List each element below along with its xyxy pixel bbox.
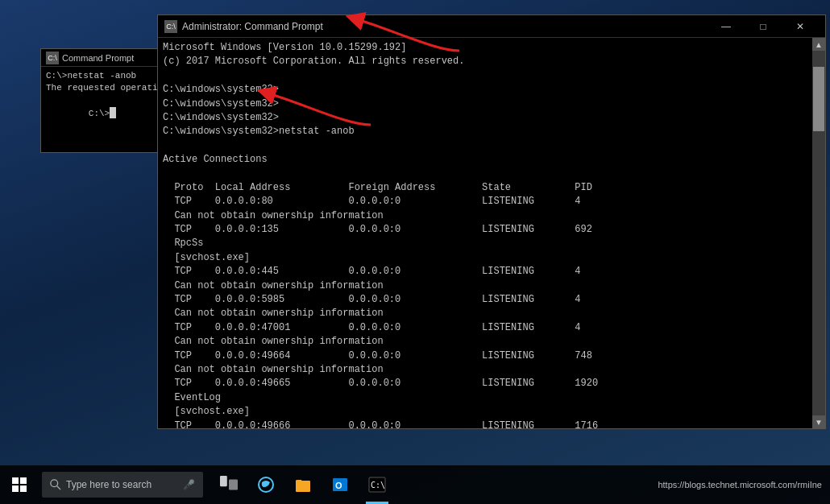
cmd-main-title: Administrator: Command Prompt [182, 21, 703, 32]
task-view-icon [220, 476, 238, 494]
cmd-output-line-4: C:\windows\system32> [163, 97, 807, 111]
cmd-output-line-24: TCP 0.0.0.0:49665 0.0.0.0:0 LISTENING 19… [163, 377, 807, 390]
cmd-output-line-20: TCP 0.0.0.0:47001 0.0.0.0:0 LISTENING 4 [163, 321, 807, 335]
cmd-bg-title: Command Prompt [62, 53, 134, 63]
cmd-main-window[interactable]: C:\ Administrator: Command Prompt — □ ✕ … [157, 14, 826, 429]
cmd-scrollbar[interactable]: ▲ ▼ [812, 38, 825, 428]
cmd-output-line-2 [163, 69, 807, 83]
scroll-up-button[interactable]: ▲ [812, 38, 825, 51]
cmd-output-line-26: [svchost.exe] [163, 405, 807, 419]
svg-rect-5 [229, 479, 238, 490]
cmd-output-line-0: Microsoft Windows [Version 10.0.15299.19… [163, 41, 807, 55]
cmd-main-content: Microsoft Windows [Version 10.0.15299.19… [158, 38, 825, 428]
cmd-output-line-27: TCP 0.0.0.0:49666 0.0.0.0:0 LISTENING 17… [163, 419, 807, 428]
cmd-output-line-18: TCP 0.0.0.0:5985 0.0.0.0:0 LISTENING 4 [163, 293, 807, 307]
cmd-output-line-16: TCP 0.0.0.0:445 0.0.0.0:0 LISTENING 4 [163, 265, 807, 279]
taskbar: Type here to search 🎤 [0, 465, 830, 504]
file-explorer-icon [294, 476, 312, 494]
cmd-output-line-11: TCP 0.0.0.0:80 0.0.0.0:0 LISTENING 4 [163, 195, 807, 209]
close-button[interactable]: ✕ [782, 15, 819, 38]
svg-point-2 [51, 480, 58, 487]
cmd-bg-icon: C:\ [46, 52, 59, 64]
url-text: https://blogs.technet.microsoft.com/rmiI… [658, 480, 822, 490]
svg-rect-7 [296, 481, 310, 492]
svg-text:O: O [335, 481, 342, 490]
svg-rect-4 [220, 476, 227, 486]
scroll-down-button[interactable]: ▼ [812, 415, 825, 428]
cmd-output-line-9 [163, 167, 807, 181]
cmd-output-line-19: Can not obtain ownership information [163, 307, 807, 320]
start-button[interactable] [0, 465, 39, 504]
cmd-taskbar-icon: C:\ [368, 476, 386, 494]
taskbar-search-box[interactable]: Type here to search 🎤 [42, 472, 203, 498]
cmd-output-line-25: EventLog [163, 391, 807, 405]
cmd-output-line-3: C:\windows\system32> [163, 83, 807, 97]
windows-logo-icon [12, 477, 27, 492]
scrollbar-thumb[interactable] [813, 67, 824, 131]
cmd-output-line-7 [163, 139, 807, 153]
cmd-output-line-15: [svchost.exe] [163, 251, 807, 265]
taskbar-file-explorer-button[interactable] [285, 465, 321, 504]
maximize-button[interactable]: □ [745, 15, 782, 38]
cmd-window-controls: — □ ✕ [708, 15, 819, 38]
taskbar-task-view-button[interactable] [211, 465, 247, 504]
taskbar-right-area: https://blogs.technet.microsoft.com/rmiI… [658, 480, 830, 490]
cmd-output-line-21: Can not obtain ownership information [163, 335, 807, 349]
taskbar-outlook-button[interactable]: O [322, 465, 358, 504]
cmd-output-line-8: Active Connections [163, 153, 807, 167]
cmd-text-output: Microsoft Windows [Version 10.0.15299.19… [158, 38, 812, 428]
cmd-output-line-17: Can not obtain ownership information [163, 279, 807, 293]
edge-icon [257, 476, 275, 494]
search-placeholder: Type here to search [66, 479, 151, 490]
taskbar-icon-group: O C:\ [211, 465, 395, 504]
outlook-icon: O [331, 476, 349, 494]
search-icon [50, 479, 61, 490]
cmd-output-line-14: RpcSs [163, 237, 807, 250]
microphone-icon[interactable]: 🎤 [183, 479, 195, 490]
cmd-output-line-10: Proto Local Address Foreign Address Stat… [163, 181, 807, 195]
cmd-output-line-1: (c) 2017 Microsoft Corporation. All righ… [163, 55, 807, 68]
cmd-output-line-6: C:\windows\system32>netstat -anob [163, 125, 807, 138]
cmd-output-line-22: TCP 0.0.0.0:49664 0.0.0.0:0 LISTENING 74… [163, 349, 807, 363]
minimize-button[interactable]: — [708, 15, 745, 38]
svg-line-3 [57, 486, 60, 490]
svg-text:C:\: C:\ [371, 481, 385, 490]
desktop: C:\ Command Prompt C:\>netstat -anob The… [0, 0, 830, 504]
taskbar-cmd-button[interactable]: C:\ [359, 465, 395, 504]
cmd-output-line-12: Can not obtain ownership information [163, 209, 807, 223]
cmd-output-line-13: TCP 0.0.0.0:135 0.0.0.0:0 LISTENING 692 [163, 223, 807, 237]
cmd-output-line-23: Can not obtain ownership information [163, 363, 807, 377]
cmd-output-line-5: C:\windows\system32> [163, 111, 807, 125]
cmd-main-titlebar: C:\ Administrator: Command Prompt — □ ✕ [158, 15, 825, 38]
cmd-main-icon: C:\ [164, 20, 177, 33]
taskbar-edge-button[interactable] [248, 465, 284, 504]
